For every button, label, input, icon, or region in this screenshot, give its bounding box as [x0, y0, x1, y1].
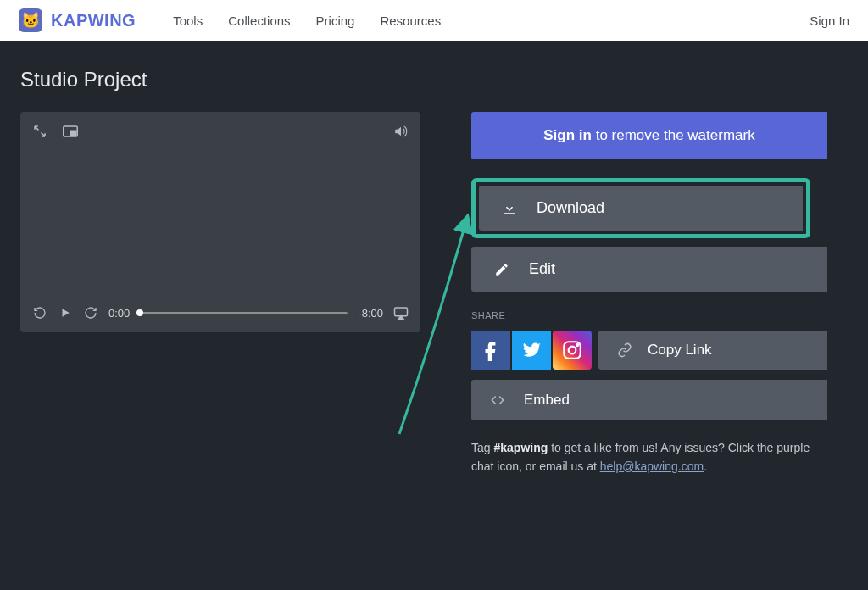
edit-label: Edit — [529, 260, 555, 278]
share-twitter-button[interactable] — [512, 331, 551, 370]
volume-icon[interactable] — [393, 124, 409, 139]
expand-icon[interactable] — [32, 124, 47, 139]
seek-track[interactable] — [140, 312, 348, 314]
content-row: 0:00 -8:00 — [20, 112, 868, 476]
twitter-icon — [520, 339, 542, 361]
play-icon[interactable] — [58, 305, 73, 320]
brand[interactable]: 🐱 KAPWING — [19, 8, 136, 32]
player-top-controls — [32, 124, 409, 139]
download-highlight: Download — [471, 178, 810, 238]
footer-note: Tag #kapwing to get a like from us! Any … — [471, 439, 827, 476]
picture-in-picture-icon[interactable] — [63, 124, 78, 139]
remaining-time: -8:00 — [358, 307, 383, 320]
primary-nav: Tools Collections Pricing Resources — [173, 14, 441, 28]
svg-point-4 — [569, 347, 576, 354]
footer-suffix: . — [704, 459, 707, 473]
nav-collections[interactable]: Collections — [228, 14, 290, 28]
sign-in-banner[interactable]: Sign in to remove the watermark — [471, 112, 827, 159]
video-player[interactable]: 0:00 -8:00 — [20, 112, 420, 332]
forward-15-icon[interactable] — [83, 305, 98, 320]
banner-bold: Sign in — [543, 127, 592, 143]
player-bottom-controls: 0:00 -8:00 — [32, 305, 409, 320]
svg-point-5 — [576, 344, 578, 346]
nav-pricing[interactable]: Pricing — [316, 14, 355, 28]
instagram-icon — [561, 339, 583, 361]
footer-hashtag: #kapwing — [493, 441, 548, 454]
nav-tools[interactable]: Tools — [173, 14, 203, 28]
pencil-icon — [493, 261, 510, 278]
top-navbar: 🐱 KAPWING Tools Collections Pricing Reso… — [0, 0, 868, 41]
edit-button[interactable]: Edit — [471, 247, 827, 292]
banner-rest: to remove the watermark — [592, 127, 755, 143]
share-row: Copy Link — [471, 331, 827, 370]
right-column: Sign in to remove the watermark Download — [471, 112, 827, 476]
current-time: 0:00 — [108, 307, 130, 320]
download-button[interactable]: Download — [479, 186, 803, 231]
nav-resources[interactable]: Resources — [380, 14, 441, 28]
brand-name: KAPWING — [51, 11, 136, 31]
brand-logo-icon: 🐱 — [19, 8, 42, 32]
airplay-icon[interactable] — [393, 305, 409, 320]
share-label: SHARE — [471, 310, 827, 320]
copy-link-button[interactable]: Copy Link — [598, 331, 827, 370]
download-icon — [501, 200, 518, 217]
download-label: Download — [537, 199, 604, 217]
copy-link-label: Copy Link — [648, 342, 712, 359]
share-instagram-button[interactable] — [553, 331, 592, 370]
facebook-icon — [480, 339, 502, 361]
page-title: Studio Project — [20, 68, 868, 92]
topbar-left: 🐱 KAPWING Tools Collections Pricing Reso… — [19, 8, 441, 32]
page: Studio Project — [0, 41, 868, 476]
svg-rect-2 — [395, 308, 408, 316]
player-top-left — [32, 124, 78, 139]
share-facebook-button[interactable] — [471, 331, 510, 370]
seek-knob[interactable] — [136, 309, 143, 316]
footer-prefix: Tag — [471, 441, 493, 454]
rewind-15-icon[interactable] — [32, 305, 47, 320]
sign-in-link[interactable]: Sign In — [810, 14, 849, 28]
embed-button[interactable]: Embed — [471, 380, 827, 420]
embed-label: Embed — [524, 392, 570, 409]
svg-rect-1 — [70, 131, 76, 135]
code-icon — [490, 392, 505, 408]
footer-email-link[interactable]: help@kapwing.com — [600, 459, 704, 473]
link-icon — [617, 342, 632, 358]
